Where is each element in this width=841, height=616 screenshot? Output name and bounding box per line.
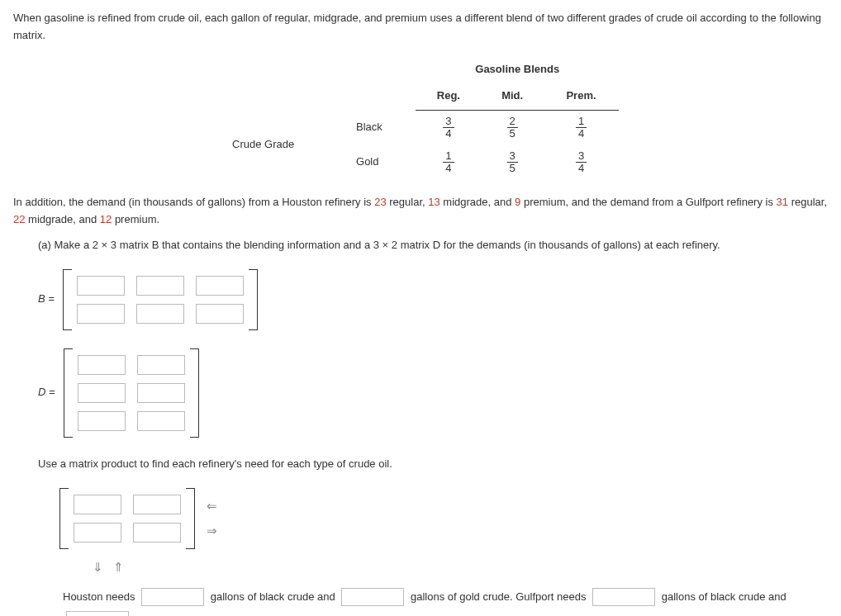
B-r1c3[interactable] — [196, 276, 244, 296]
P-r2c2[interactable] — [133, 523, 181, 543]
D-r2c2[interactable] — [137, 383, 185, 403]
B-r2c1[interactable] — [77, 304, 125, 324]
P-r1c2[interactable] — [133, 495, 181, 514]
part-a-text: (a) Make a 2 × 3 matrix B that contains … — [38, 237, 828, 254]
B-r2c3[interactable] — [196, 304, 244, 324]
blank-gulfport-gold[interactable] — [66, 611, 129, 616]
product-instruction: Use a matrix product to find each refine… — [38, 456, 828, 473]
label-D: D = — [38, 384, 55, 401]
matrix-D — [64, 348, 199, 438]
demand-paragraph: In addition, the demand (in thousands of… — [13, 194, 828, 229]
matrix-product — [59, 488, 195, 549]
D-r1c1[interactable] — [78, 355, 126, 375]
col-reg: Reg. — [416, 83, 481, 110]
blank-gulfport-black[interactable] — [592, 588, 655, 606]
intro-text: When gasoline is refined from crude oil,… — [13, 10, 828, 45]
blank-houston-black[interactable] — [141, 588, 204, 606]
col-mid: Mid. — [481, 83, 544, 110]
swap-columns-icon[interactable]: ⇐⇒ — [207, 496, 217, 541]
swap-rows-icon[interactable]: ⇓ ⇑ — [93, 557, 828, 577]
D-r2c1[interactable] — [78, 383, 126, 403]
B-r1c2[interactable] — [136, 276, 184, 296]
D-r3c2[interactable] — [137, 411, 185, 431]
blank-houston-gold[interactable] — [341, 588, 404, 606]
P-r1c1[interactable] — [74, 495, 121, 514]
P-r2c1[interactable] — [74, 523, 121, 543]
B-r2c2[interactable] — [136, 304, 184, 324]
gasoline-blend-table: Gasoline Blends Reg. Mid. Prem. Crude Gr… — [222, 56, 619, 180]
row-group-label: Crude Grade — [222, 111, 346, 180]
fill-in-sentence: Houston needs gallons of black crude and… — [63, 585, 828, 616]
matrix-B — [63, 269, 258, 330]
label-B: B = — [38, 291, 55, 308]
D-r1c2[interactable] — [137, 355, 185, 375]
table-group-header: Gasoline Blends — [416, 56, 619, 83]
row-gold: Gold — [346, 145, 416, 180]
D-r3c1[interactable] — [78, 411, 126, 431]
col-prem: Prem. — [544, 83, 619, 110]
row-black: Black — [346, 111, 416, 145]
B-r1c1[interactable] — [77, 276, 125, 296]
